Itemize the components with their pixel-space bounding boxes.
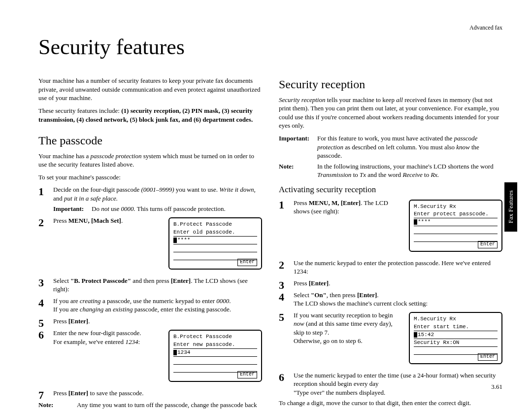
text: Press	[53, 389, 68, 397]
step-3: Press [Enter].	[279, 279, 502, 288]
lcd-start-time: M.Security Rx Enter start time. 15:42 Se…	[409, 312, 502, 364]
text: to save the passcode.	[88, 389, 143, 397]
note-label: Note:	[279, 162, 317, 179]
text: For example, we've entered	[53, 338, 125, 345]
text: 1234	[125, 338, 138, 345]
text: "On"	[311, 291, 327, 299]
text: [Enter]	[68, 389, 88, 397]
text: existing	[113, 306, 133, 313]
lcd-title: M.Security Rx	[414, 204, 498, 211]
text: For this feature to work, you must have …	[317, 134, 502, 160]
step-1: M.Security Rx Enter protect passcode. **…	[279, 199, 502, 256]
text: Press	[294, 199, 309, 206]
text: M	[332, 199, 337, 206]
text: Receive	[402, 171, 422, 178]
cursor-icon	[173, 238, 177, 243]
text: Use the numeric keypad to enter the prot…	[294, 259, 491, 275]
text: .	[329, 279, 330, 287]
page-number: 3.61	[491, 382, 502, 391]
lcd-enter-button: Enter	[237, 371, 257, 378]
text: ****	[418, 219, 431, 225]
note-label: Note:	[38, 401, 77, 411]
lcd-line: Enter protect passcode.	[414, 210, 498, 218]
text: Select	[294, 291, 311, 299]
text: 1234	[177, 349, 190, 355]
text: and the word	[366, 171, 402, 178]
text: (and at this same time every day), skip …	[294, 320, 393, 336]
text: Transmission	[317, 171, 351, 178]
text: "Type over" the numbers displayed.	[294, 389, 385, 396]
text: put it in a safe place.	[64, 195, 118, 202]
text: Select	[53, 277, 70, 284]
reception-steps: M.Security Rx Enter protect passcode. **…	[279, 199, 502, 411]
step-6: B.Protect Passcode Enter new passcode. 1…	[38, 329, 262, 386]
text: now	[294, 320, 304, 327]
text: Enter the new four-digit passcode.	[53, 329, 141, 337]
text: Press	[53, 317, 68, 325]
lcd-line: ****	[173, 237, 257, 244]
text: Use the numeric keypad to enter the time…	[294, 372, 496, 388]
text: tells your machine to keep	[325, 96, 396, 103]
lcd-enter-button: Enter	[478, 353, 498, 361]
text: (0001–9999)	[141, 186, 174, 193]
right-column: Security reception Security reception te…	[279, 76, 502, 411]
lcd-enter-button: Enter	[237, 259, 257, 266]
text: [Enter]	[309, 279, 329, 287]
reception-heading: Security reception	[279, 76, 502, 92]
lcd-line	[173, 357, 257, 365]
step-2: B.Protect Passcode Enter old passcode. *…	[38, 216, 262, 274]
text: passcode, enter the existing passcode.	[133, 306, 231, 313]
passcode-note: Note: Any time you want to turn off the …	[38, 401, 262, 411]
text: shows the machine's current clock settin…	[318, 300, 428, 307]
text: [Enter]	[68, 317, 88, 325]
text: to	[423, 171, 431, 178]
text: .	[121, 217, 123, 224]
text: . The	[361, 199, 375, 206]
lcd-line: 15:42	[414, 331, 498, 339]
text: 15:42	[418, 332, 434, 338]
text: to	[351, 171, 360, 178]
lcd-line	[414, 226, 498, 234]
reception-p1: Security reception tells your machine to…	[279, 96, 502, 130]
lcd-new-passcode: B.Protect Passcode Enter new passcode. 1…	[168, 330, 262, 382]
text: .	[229, 297, 231, 305]
text: Tx	[360, 171, 366, 178]
text: Press	[53, 217, 68, 224]
step-5: Press [Enter].	[38, 317, 262, 326]
text: :	[138, 338, 140, 345]
lcd-line: Security Rx:ON	[414, 339, 498, 347]
lcd-title: M.Security Rx	[414, 316, 498, 323]
text: MENU	[68, 217, 88, 224]
text: an	[103, 306, 113, 313]
text: "B. Protect Passcode"	[70, 277, 131, 284]
text: To change a digit, move the cursor to th…	[279, 399, 502, 408]
text: changing	[80, 306, 103, 313]
intro-p1: Your machine has a number of security fe…	[38, 76, 262, 103]
lcd-line: ****	[414, 218, 498, 226]
important-label: Important:	[279, 134, 317, 160]
header-section: Advanced fax	[469, 24, 502, 32]
passcode-steps: Decide on the four-digit passcode (0001–…	[38, 185, 262, 398]
lcd-title: B.Protect Passcode	[173, 334, 257, 341]
page-title: Security features	[38, 33, 502, 62]
lcd-enter-button: Enter	[478, 241, 498, 248]
text: If you want security reception to begin	[294, 311, 393, 319]
text: a passcode, use the numeric keypad to en…	[101, 297, 217, 305]
text: use	[109, 205, 121, 212]
step-6: Use the numeric keypad to enter the time…	[279, 371, 502, 408]
intro-p2: These security features include: (1) sec…	[38, 106, 262, 124]
lcd-line: Enter new passcode.	[173, 341, 257, 349]
lcd-line: 1234	[173, 349, 257, 357]
text: For this feature to work, you must have …	[317, 135, 454, 142]
text: This turns off passcode protection.	[135, 205, 226, 212]
passcode-heading: The passcode	[38, 133, 262, 148]
lcd-protect-passcode: M.Security Rx Enter protect passcode. **…	[409, 200, 502, 252]
text: not	[101, 205, 109, 212]
text: as described on left column. You must al…	[343, 143, 456, 151]
text: Do not use 0000. This turns off passcode…	[92, 205, 262, 213]
text: Your machine has a	[38, 152, 91, 160]
step-1: Decide on the four-digit passcode (0001–…	[38, 185, 262, 213]
text: [Enter]	[357, 291, 377, 299]
lcd-line: Enter old passcode.	[173, 229, 257, 237]
lcd-title: B.Protect Passcode	[173, 221, 257, 229]
